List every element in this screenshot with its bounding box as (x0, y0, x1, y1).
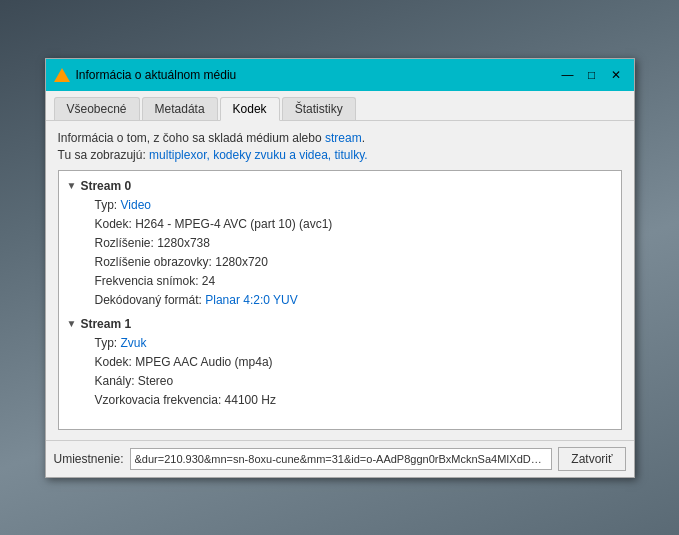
minimize-button[interactable]: — (558, 65, 578, 85)
vlc-icon (54, 67, 70, 83)
stream-0-format-value: Planar 4:2:0 YUV (205, 293, 298, 307)
stream-0-type-value: Video (121, 198, 151, 212)
stream-link[interactable]: stream (325, 131, 362, 145)
tab-metadata[interactable]: Metadáta (142, 97, 218, 120)
stream-1-type: Typ: Zvuk (95, 334, 613, 353)
stream-0-type: Typ: Video (95, 196, 613, 215)
bottom-bar: Umiestnenie: Zatvoriť (46, 440, 634, 477)
stream-1-header: ▼ Stream 1 (67, 317, 613, 331)
stream-0-resolution: Rozlíšenie: 1280x738 (95, 234, 613, 253)
stream-1-type-value: Zvuk (121, 336, 147, 350)
stream-1-channels: Kanály: Stereo (95, 372, 613, 391)
main-window: Informácia o aktuálnom médiu — □ ✕ Všeob… (45, 58, 635, 478)
stream-box: ▼ Stream 0 Typ: Video Kodek: H264 - MPEG… (58, 170, 622, 430)
window-title: Informácia o aktuálnom médiu (76, 68, 237, 82)
chevron-0-icon: ▼ (67, 180, 77, 191)
titlebar-controls: — □ ✕ (558, 65, 626, 85)
titlebar: Informácia o aktuálnom médiu — □ ✕ (46, 59, 634, 91)
zatvoriť-button[interactable]: Zatvoriť (558, 447, 625, 471)
umiestnenie-input[interactable] (130, 448, 553, 470)
close-window-button[interactable]: ✕ (606, 65, 626, 85)
umiestnenie-label: Umiestnenie: (54, 452, 124, 466)
info-line1: Informácia o tom, z čoho sa skladá médiu… (58, 131, 622, 145)
tab-bar: Všeobecné Metadáta Kodek Štatistiky (46, 91, 634, 121)
stream-0-codec: Kodek: H264 - MPEG-4 AVC (part 10) (avc1… (95, 215, 613, 234)
tab-statistiky[interactable]: Štatistiky (282, 97, 356, 120)
stream-1-section: ▼ Stream 1 Typ: Zvuk Kodek: MPEG AAC Aud… (67, 317, 613, 411)
stream-1-codec: Kodek: MPEG AAC Audio (mp4a) (95, 353, 613, 372)
stream-0-details: Typ: Video Kodek: H264 - MPEG-4 AVC (par… (67, 196, 613, 311)
tab-kodek[interactable]: Kodek (220, 97, 280, 121)
stream-0-framerate: Frekvencia snímok: 24 (95, 272, 613, 291)
chevron-1-icon: ▼ (67, 318, 77, 329)
stream-1-title: Stream 1 (80, 317, 131, 331)
maximize-button[interactable]: □ (582, 65, 602, 85)
stream-0-title: Stream 0 (80, 179, 131, 193)
stream-1-details: Typ: Zvuk Kodek: MPEG AAC Audio (mp4a) K… (67, 334, 613, 411)
info-text-main: Informácia o tom, z čoho sa skladá médiu… (58, 131, 325, 145)
titlebar-left: Informácia o aktuálnom médiu (54, 67, 237, 83)
content-area: Informácia o tom, z čoho sa skladá médiu… (46, 121, 634, 440)
info-line2: Tu sa zobrazujú: multiplexor, kodeky zvu… (58, 148, 622, 162)
tab-vseobecne[interactable]: Všeobecné (54, 97, 140, 120)
info-line2-content: multiplexor, kodeky zvuku a videa, titul… (149, 148, 368, 162)
stream-0-screen-resolution: Rozlíšenie obrazovky: 1280x720 (95, 253, 613, 272)
stream-0-header: ▼ Stream 0 (67, 179, 613, 193)
stream-0-section: ▼ Stream 0 Typ: Video Kodek: H264 - MPEG… (67, 179, 613, 311)
stream-0-decoded-format: Dekódovaný formát: Planar 4:2:0 YUV (95, 291, 613, 310)
stream-1-samplerate: Vzorkovacia frekvencia: 44100 Hz (95, 391, 613, 410)
